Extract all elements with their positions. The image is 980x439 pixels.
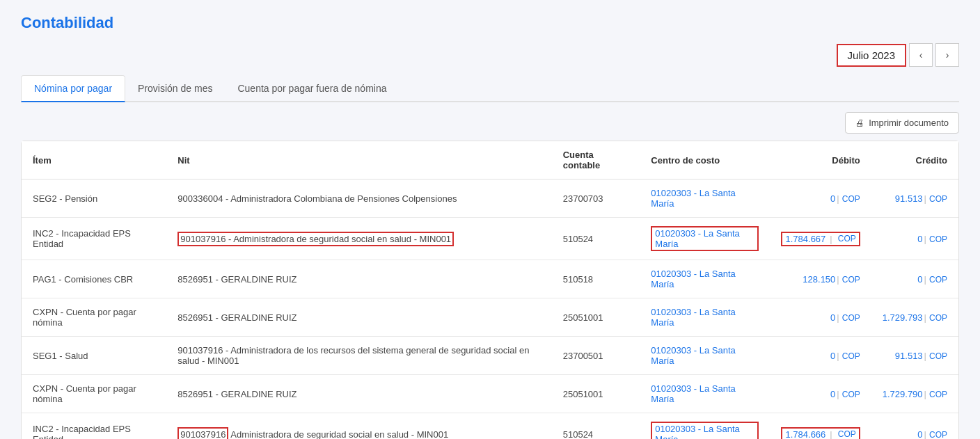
col-header-item: Ítem — [22, 141, 166, 179]
page-title: Contabilidad — [21, 14, 959, 32]
data-table-container: Ítem Nit Cuenta contable Centro de costo… — [21, 141, 959, 439]
table-row: INC2 - Incapacidad EPS Entidad901037916 … — [22, 218, 958, 260]
next-month-button[interactable]: › — [935, 43, 959, 67]
cell-credito: 1.729.790|COP — [871, 375, 958, 413]
cell-nit: 900336004 - Administradora Colombiana de… — [166, 179, 551, 218]
cell-credito: 91.513|COP — [871, 179, 958, 218]
toolbar: 🖨 Imprimir documento — [21, 112, 959, 134]
cell-debito[interactable]: 1.784.666|COP — [770, 413, 871, 440]
cell-debito[interactable]: 0|COP — [770, 375, 871, 413]
table-header-row: Ítem Nit Cuenta contable Centro de costo… — [22, 141, 958, 179]
cell-cuenta: 510518 — [552, 260, 640, 298]
cell-nit: 8526951 - GERALDINE RUIZ — [166, 298, 551, 337]
cell-debito[interactable]: 0|COP — [770, 337, 871, 375]
top-right-controls: Julio 2023 ‹ › — [21, 43, 959, 67]
cell-nit: 8526951 - GERALDINE RUIZ — [166, 375, 551, 413]
cell-cuenta: 23700703 — [552, 179, 640, 218]
col-header-credito: Crédito — [871, 141, 958, 179]
cell-item: CXPN - Cuenta por pagar nómina — [22, 375, 166, 413]
cell-cuenta: 25051001 — [552, 375, 640, 413]
cell-cuenta: 23700501 — [552, 337, 640, 375]
cell-debito[interactable]: 0|COP — [770, 179, 871, 218]
table-row: CXPN - Cuenta por pagar nómina8526951 - … — [22, 375, 958, 413]
cell-centro: 01020303 - La Santa María — [640, 413, 770, 440]
cell-nit: 901037916 - Administradora de los recurs… — [166, 337, 551, 375]
cell-item: INC2 - Incapacidad EPS Entidad — [22, 413, 166, 440]
cell-item: CXPN - Cuenta por pagar nómina — [22, 298, 166, 337]
tab-provision-de-mes[interactable]: Provisión de mes — [125, 75, 225, 102]
cell-debito[interactable]: 0|COP — [770, 298, 871, 337]
cell-centro: 01020303 - La Santa María — [640, 337, 770, 375]
cell-credito: 0|COP — [871, 413, 958, 440]
col-header-nit: Nit — [166, 141, 551, 179]
print-document-label: Imprimir documento — [869, 118, 949, 128]
prev-month-button[interactable]: ‹ — [909, 43, 933, 67]
cell-cuenta: 510524 — [552, 218, 640, 260]
accounting-table: Ítem Nit Cuenta contable Centro de costo… — [22, 141, 958, 439]
tab-nomina-por-pagar[interactable]: Nómina por pagar — [21, 75, 125, 102]
cell-item: PAG1 - Comisiones CBR — [22, 260, 166, 298]
table-row: SEG1 - Salud901037916 - Administradora d… — [22, 337, 958, 375]
col-header-cuenta: Cuenta contable — [552, 141, 640, 179]
tab-cuenta-por-pagar[interactable]: Cuenta por pagar fuera de nómina — [225, 75, 399, 102]
cell-item: INC2 - Incapacidad EPS Entidad — [22, 218, 166, 260]
cell-item: SEG2 - Pensión — [22, 179, 166, 218]
cell-centro: 01020303 - La Santa María — [640, 218, 770, 260]
cell-cuenta: 25051001 — [552, 298, 640, 337]
table-row: SEG2 - Pensión900336004 - Administradora… — [22, 179, 958, 218]
print-document-button[interactable]: 🖨 Imprimir documento — [845, 112, 959, 134]
table-row: PAG1 - Comisiones CBR8526951 - GERALDINE… — [22, 260, 958, 298]
cell-credito: 0|COP — [871, 260, 958, 298]
cell-centro: 01020303 - La Santa María — [640, 179, 770, 218]
col-header-debito: Débito — [770, 141, 871, 179]
cell-credito: 0|COP — [871, 218, 958, 260]
table-row: CXPN - Cuenta por pagar nómina8526951 - … — [22, 298, 958, 337]
col-header-centro: Centro de costo — [640, 141, 770, 179]
printer-icon: 🖨 — [855, 118, 864, 128]
tabs-bar: Nómina por pagar Provisión de mes Cuenta… — [21, 75, 959, 102]
page-container: Contabilidad Julio 2023 ‹ › Nómina por p… — [0, 0, 980, 439]
cell-nit: 901037916 Administradora de seguridad so… — [166, 413, 551, 440]
cell-centro: 01020303 - La Santa María — [640, 298, 770, 337]
cell-centro: 01020303 - La Santa María — [640, 260, 770, 298]
cell-nit: 8526951 - GERALDINE RUIZ — [166, 260, 551, 298]
cell-debito[interactable]: 128.150|COP — [770, 260, 871, 298]
cell-nit: 901037916 - Administradora de seguridad … — [166, 218, 551, 260]
cell-debito[interactable]: 1.784.667|COP — [770, 218, 871, 260]
cell-item: SEG1 - Salud — [22, 337, 166, 375]
cell-cuenta: 510524 — [552, 413, 640, 440]
date-label: Julio 2023 — [837, 44, 906, 67]
cell-credito: 91.513|COP — [871, 337, 958, 375]
table-row: INC2 - Incapacidad EPS Entidad901037916 … — [22, 413, 958, 440]
cell-credito: 1.729.793|COP — [871, 298, 958, 337]
cell-centro: 01020303 - La Santa María — [640, 375, 770, 413]
